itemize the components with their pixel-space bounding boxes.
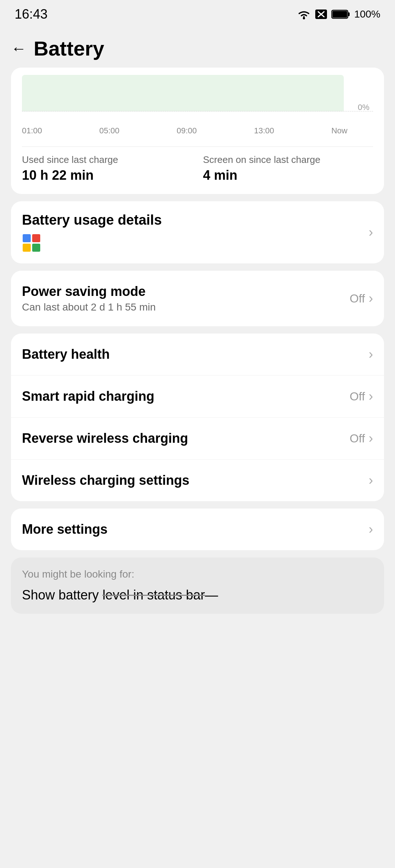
power-saving-title: Power saving mode — [22, 284, 156, 299]
suggestions-item-text: Show battery — [22, 587, 102, 602]
suggestions-item-line: — — [205, 587, 218, 602]
svg-rect-7 — [23, 234, 31, 242]
reverse-wireless-charging-item[interactable]: Reverse wireless charging Off › — [11, 418, 384, 460]
suggestions-item[interactable]: Show battery level in status bar— — [22, 587, 373, 603]
svg-rect-9 — [23, 244, 31, 252]
page-title: Battery — [34, 37, 104, 60]
wireless-charging-settings-left: Wireless charging settings — [22, 473, 189, 488]
smart-rapid-charging-value: Off — [350, 390, 365, 403]
time-label-now: Now — [331, 126, 347, 136]
power-saving-item[interactable]: Power saving mode Can last about 2 d 1 h… — [11, 271, 384, 326]
used-label: Used since last charge — [22, 154, 192, 165]
power-saving-card[interactable]: Power saving mode Can last about 2 d 1 h… — [11, 271, 384, 326]
smart-rapid-charging-right: Off › — [350, 389, 373, 404]
more-settings-right: › — [369, 522, 373, 537]
more-settings-chevron-icon: › — [369, 522, 373, 537]
back-button[interactable]: ← — [11, 40, 26, 57]
wifi-icon — [297, 9, 311, 20]
more-settings-left: More settings — [22, 522, 108, 537]
used-since-charge: Used since last charge 10 h 22 min — [22, 154, 192, 183]
reverse-wireless-charging-left: Reverse wireless charging — [22, 431, 188, 446]
chevron-right-icon: › — [369, 225, 373, 240]
suggestions-card: You might be looking for: Show battery l… — [11, 557, 384, 614]
battery-health-chevron-icon: › — [369, 347, 373, 362]
power-saving-value: Off — [350, 292, 365, 305]
battery-health-title: Battery health — [22, 347, 110, 362]
battery-options-card: Battery health › Smart rapid charging Of… — [11, 334, 384, 501]
svg-point-0 — [303, 17, 305, 19]
smart-rapid-charging-left: Smart rapid charging — [22, 389, 154, 404]
power-saving-left: Power saving mode Can last about 2 d 1 h… — [22, 284, 156, 313]
more-settings-title: More settings — [22, 522, 108, 537]
wireless-charging-settings-right: › — [369, 473, 373, 488]
puzzle-piece-icon — [22, 233, 41, 252]
svg-rect-8 — [32, 234, 40, 242]
wireless-charging-settings-title: Wireless charging settings — [22, 473, 189, 488]
battery-usage-left: Battery usage details — [22, 212, 162, 252]
time-label-2: 05:00 — [99, 126, 119, 136]
time-label-1: 01:00 — [22, 126, 42, 136]
time-label-3: 09:00 — [177, 126, 197, 136]
battery-health-item[interactable]: Battery health › — [11, 334, 384, 376]
app-icons — [22, 233, 162, 252]
screen-on-value: 4 min — [203, 168, 373, 183]
reverse-wireless-charging-value: Off — [350, 432, 365, 445]
svg-rect-10 — [32, 244, 40, 252]
screen-on-since-charge: Screen on since last charge 4 min — [203, 154, 373, 183]
battery-percent: 100% — [354, 8, 380, 20]
svg-rect-6 — [332, 11, 347, 18]
suggestions-label: You might be looking for: — [22, 568, 373, 580]
wireless-charging-settings-item[interactable]: Wireless charging settings › — [11, 460, 384, 501]
power-saving-right: Off › — [350, 291, 373, 306]
svg-rect-5 — [348, 12, 350, 16]
battery-health-left: Battery health — [22, 347, 110, 362]
battery-usage-title: Battery usage details — [22, 212, 162, 228]
status-bar: 16:43 100% — [0, 0, 395, 26]
more-settings-card[interactable]: More settings › — [11, 509, 384, 550]
chart-zero-label: 0% — [358, 103, 369, 112]
chart-zero-line — [22, 111, 373, 111]
used-value: 10 h 22 min — [22, 168, 192, 183]
smart-rapid-charging-chevron-icon: › — [369, 389, 373, 404]
chart-time-labels: 01:00 05:00 09:00 13:00 Now — [22, 126, 373, 136]
time-label-4: 13:00 — [254, 126, 274, 136]
chart-bar — [22, 75, 344, 111]
suggestions-item-strikethrough: level in status bar — [102, 587, 205, 602]
power-saving-chevron-icon: › — [369, 291, 373, 306]
smart-rapid-charging-title: Smart rapid charging — [22, 389, 154, 404]
x-icon — [315, 9, 328, 20]
chart-card: 0% 01:00 05:00 09:00 13:00 Now Used sinc… — [11, 68, 384, 194]
reverse-wireless-charging-right: Off › — [350, 431, 373, 446]
reverse-wireless-charging-chevron-icon: › — [369, 431, 373, 446]
more-settings-item[interactable]: More settings › — [11, 509, 384, 550]
status-icons: 100% — [297, 8, 380, 20]
status-time: 16:43 — [15, 7, 48, 22]
chart-area: 0% — [22, 75, 373, 122]
wireless-charging-settings-chevron-icon: › — [369, 473, 373, 488]
battery-health-right: › — [369, 347, 373, 362]
reverse-wireless-charging-title: Reverse wireless charging — [22, 431, 188, 446]
stats-row: Used since last charge 10 h 22 min Scree… — [22, 146, 373, 183]
screen-on-label: Screen on since last charge — [203, 154, 373, 165]
battery-usage-card[interactable]: Battery usage details › — [11, 201, 384, 263]
content: 0% 01:00 05:00 09:00 13:00 Now Used sinc… — [0, 68, 395, 614]
smart-rapid-charging-item[interactable]: Smart rapid charging Off › — [11, 376, 384, 418]
battery-icon — [331, 9, 350, 19]
header: ← Battery — [0, 26, 395, 68]
power-saving-subtitle: Can last about 2 d 1 h 55 min — [22, 301, 156, 313]
